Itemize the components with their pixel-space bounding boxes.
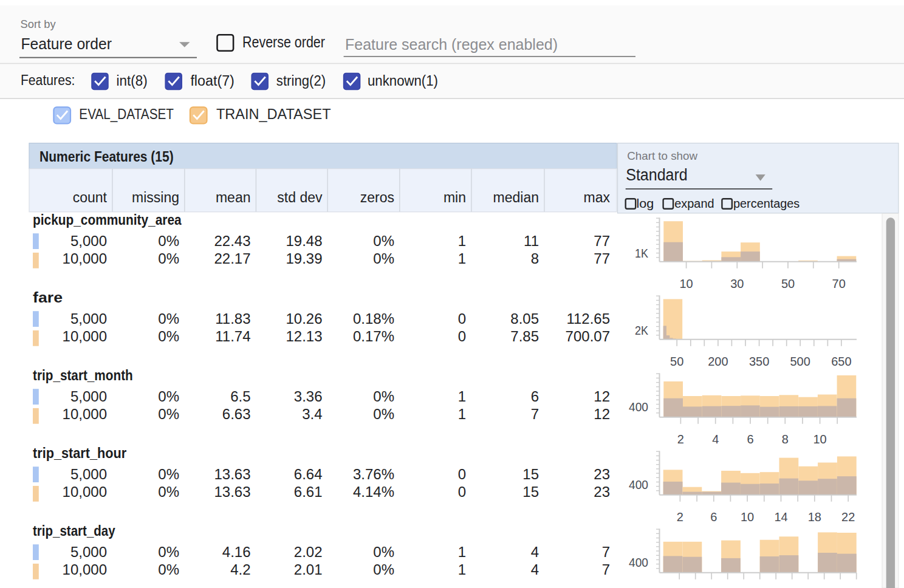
svg-text:650: 650: [831, 355, 851, 368]
svg-text:4: 4: [712, 432, 719, 446]
svg-text:6.63: 6.63: [222, 406, 251, 422]
svg-text:10: 10: [813, 432, 826, 446]
svg-text:Chart to show: Chart to show: [627, 149, 697, 162]
svg-text:zeros: zeros: [360, 190, 394, 205]
svg-text:2: 2: [677, 432, 684, 446]
svg-text:2.02: 2.02: [294, 544, 323, 560]
svg-text:fare: fare: [33, 290, 63, 306]
svg-text:percentages: percentages: [733, 197, 800, 210]
svg-text:4: 4: [531, 544, 539, 560]
svg-text:350: 350: [749, 355, 769, 368]
svg-text:13.63: 13.63: [214, 466, 250, 482]
svg-text:max: max: [584, 190, 611, 205]
svg-text:50: 50: [670, 355, 683, 368]
svg-text:0.18%: 0.18%: [353, 310, 394, 327]
svg-text:22.17: 22.17: [214, 250, 250, 267]
svg-text:trip_start_hour: trip_start_hour: [33, 445, 126, 461]
svg-text:5,000: 5,000: [70, 544, 107, 560]
svg-text:1: 1: [458, 561, 466, 578]
svg-text:Feature search (regex enabled): Feature search (regex enabled): [345, 35, 558, 53]
svg-text:6: 6: [747, 432, 753, 446]
svg-text:7: 7: [602, 561, 610, 578]
svg-text:14: 14: [774, 510, 787, 524]
svg-text:0: 0: [458, 466, 466, 482]
svg-text:TRAIN_DATASET: TRAIN_DATASET: [216, 106, 331, 122]
svg-text:11: 11: [524, 233, 539, 249]
svg-text:12: 12: [594, 406, 610, 422]
svg-text:8.05: 8.05: [510, 310, 539, 327]
svg-text:0%: 0%: [158, 406, 179, 422]
svg-text:3.4: 3.4: [302, 406, 322, 422]
svg-text:2: 2: [677, 510, 683, 524]
svg-text:trip_start_month: trip_start_month: [33, 368, 133, 383]
svg-text:0%: 0%: [158, 561, 179, 578]
svg-text:15: 15: [522, 466, 539, 482]
svg-text:500: 500: [790, 355, 810, 368]
svg-text:min: min: [443, 190, 466, 205]
svg-text:400: 400: [629, 478, 648, 491]
svg-text:50: 50: [781, 277, 795, 290]
svg-text:10,000: 10,000: [63, 250, 107, 267]
svg-text:5,000: 5,000: [70, 310, 107, 327]
svg-text:11.74: 11.74: [215, 328, 250, 344]
svg-text:int(8): int(8): [117, 73, 148, 89]
svg-text:4.16: 4.16: [222, 544, 251, 560]
svg-text:log: log: [637, 197, 654, 210]
svg-text:112.65: 112.65: [566, 310, 610, 327]
svg-text:12: 12: [594, 388, 610, 405]
svg-text:10: 10: [679, 277, 693, 290]
svg-text:0%: 0%: [373, 250, 394, 267]
svg-text:0.17%: 0.17%: [353, 328, 394, 344]
svg-text:0%: 0%: [373, 561, 394, 578]
svg-text:7: 7: [602, 544, 610, 560]
svg-text:0%: 0%: [373, 233, 394, 249]
svg-text:18: 18: [808, 510, 821, 524]
svg-text:400: 400: [629, 556, 648, 569]
svg-text:EVAL_DATASET: EVAL_DATASET: [79, 106, 174, 122]
svg-text:0%: 0%: [158, 328, 179, 344]
svg-text:200: 200: [708, 355, 728, 368]
svg-text:3.36: 3.36: [294, 388, 323, 405]
svg-text:7: 7: [531, 406, 539, 422]
svg-text:unknown(1): unknown(1): [368, 73, 438, 89]
svg-text:2.01: 2.01: [294, 561, 323, 578]
svg-text:77: 77: [594, 250, 610, 267]
svg-text:missing: missing: [132, 190, 179, 205]
svg-text:std dev: std dev: [277, 190, 323, 205]
svg-text:0%: 0%: [158, 388, 179, 405]
svg-text:1: 1: [458, 250, 466, 267]
svg-text:5,000: 5,000: [70, 233, 107, 249]
svg-text:0: 0: [458, 328, 466, 344]
svg-text:1: 1: [458, 388, 466, 405]
svg-text:10,000: 10,000: [63, 484, 107, 500]
svg-text:4.2: 4.2: [230, 561, 250, 578]
svg-text:0%: 0%: [158, 484, 179, 500]
svg-text:700.07: 700.07: [566, 328, 610, 344]
svg-text:1: 1: [458, 233, 466, 249]
svg-text:70: 70: [832, 277, 846, 290]
svg-text:0%: 0%: [158, 466, 179, 482]
svg-text:6.64: 6.64: [294, 466, 323, 482]
svg-text:8: 8: [782, 432, 789, 446]
svg-text:23: 23: [594, 466, 610, 482]
svg-text:string(2): string(2): [276, 73, 326, 89]
svg-text:19.39: 19.39: [286, 250, 322, 267]
svg-text:3.76%: 3.76%: [353, 466, 394, 482]
svg-text:5,000: 5,000: [70, 388, 107, 405]
svg-text:Reverse order: Reverse order: [242, 33, 325, 51]
svg-text:7.85: 7.85: [510, 328, 539, 344]
svg-text:Standard: Standard: [626, 166, 688, 184]
svg-text:Numeric Features (15): Numeric Features (15): [39, 148, 174, 165]
svg-text:1K: 1K: [635, 247, 649, 260]
svg-text:6: 6: [710, 510, 717, 524]
svg-text:0%: 0%: [373, 406, 394, 422]
svg-text:10: 10: [741, 510, 754, 524]
svg-text:0%: 0%: [373, 544, 394, 560]
svg-text:0: 0: [458, 310, 466, 327]
svg-text:6: 6: [531, 388, 539, 405]
svg-text:10.26: 10.26: [286, 310, 322, 327]
svg-text:1: 1: [458, 406, 466, 422]
svg-text:22.43: 22.43: [214, 233, 250, 249]
svg-text:4: 4: [531, 561, 539, 578]
svg-text:4.14%: 4.14%: [353, 484, 394, 500]
